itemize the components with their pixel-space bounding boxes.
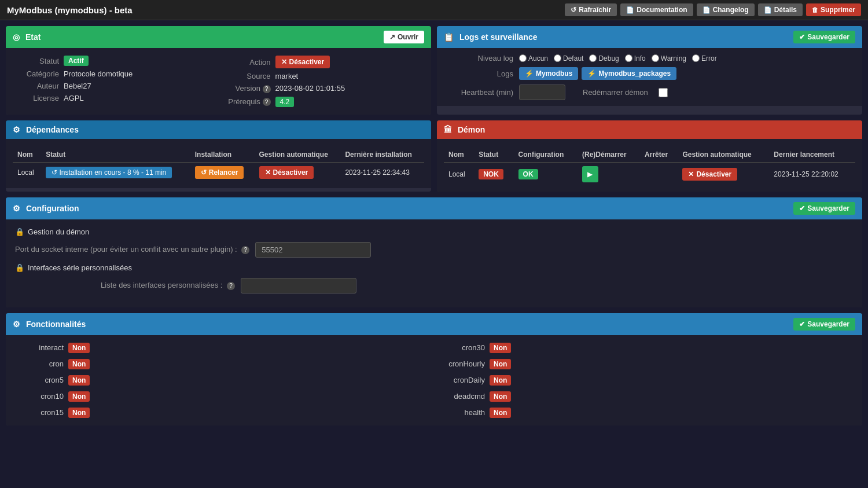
interface-help-icon[interactable]: ? <box>227 282 235 290</box>
source-row: Source market <box>225 70 425 82</box>
refresh-button[interactable]: Rafraîchir <box>565 3 617 16</box>
dep-derniere: 2023-11-25 22:34:43 <box>340 162 424 182</box>
cron10-value: Non <box>68 391 90 402</box>
radio-aucun[interactable]: Aucun <box>519 54 548 63</box>
crondaily-label: cronDaily <box>439 376 485 384</box>
radio-debug[interactable]: Debug <box>589 54 619 63</box>
col-demon-dernier: Dernier lancement <box>769 147 855 163</box>
log-level-group: Aucun Defaut Debug Info <box>519 54 717 63</box>
config-header: ⚙ Configuration ✔ Sauvegarder <box>6 197 862 219</box>
open-button[interactable]: ↗ Ouvrir <box>384 31 424 43</box>
logs-icon: 📋 <box>444 32 454 42</box>
heartbeat-input[interactable] <box>519 85 565 100</box>
version-row: Version ? 2023-08-02 01:01:55 <box>225 82 425 95</box>
ok-badge: OK <box>518 169 538 179</box>
demon-redemarrer: ▶ <box>578 162 640 186</box>
demon-title: 🏛 Démon <box>444 125 485 134</box>
desactiver-demon-button[interactable]: ✕ Désactiver <box>682 168 737 181</box>
desactiver-etat-button[interactable]: ✕ Désactiver <box>275 56 330 68</box>
demon-header: 🏛 Démon <box>437 120 862 139</box>
prerequis-value: 4.2 <box>275 97 295 107</box>
port-label: Port du socket interne (pour éviter un c… <box>15 245 249 254</box>
dep-nom: Local <box>13 162 41 182</box>
prerequis-help-icon[interactable]: ? <box>263 98 271 106</box>
details-button[interactable]: Détails <box>758 3 803 16</box>
installing-badge: ↺ Installation en cours - 8 % - 11 min <box>46 167 172 178</box>
documentation-button[interactable]: Documentation <box>620 3 693 16</box>
demon-panel: 🏛 Démon Nom Statut Configuration (Re)Dém… <box>437 120 862 192</box>
radio-warning[interactable]: Warning <box>652 54 686 63</box>
version-help-icon[interactable]: ? <box>263 85 271 93</box>
restart-label: Redémarrer démon <box>583 88 648 97</box>
etat-right: Action ✕ Désactiver Source market <box>225 54 425 109</box>
mymodbus-log-button[interactable]: ⚡ Mymodbus <box>519 67 578 80</box>
demon-gestion: ✕ Désactiver <box>678 162 769 186</box>
demon-section-icon: 🔒 <box>15 228 24 236</box>
demon-config: OK <box>514 162 578 186</box>
logs-save-button[interactable]: ✔ Sauvegarder <box>793 31 855 43</box>
config-title: ⚙ Configuration <box>13 204 79 213</box>
port-help-icon[interactable]: ? <box>241 246 249 254</box>
ouvrir-icon: ↗ <box>389 33 395 41</box>
func-right-col: cron30 Non cronHourly Non cronDaily Non … <box>434 340 855 421</box>
func-icon: ⚙ <box>13 320 20 329</box>
func-save-button[interactable]: ✔ Sauvegarder <box>793 318 855 331</box>
desactiver-demon-icon: ✕ <box>688 170 694 178</box>
auteur-row: Auteur Bebel27 <box>13 80 213 92</box>
health-label: health <box>439 408 485 417</box>
health-value: Non <box>490 408 511 418</box>
changelog-button[interactable]: Changelog <box>697 3 755 16</box>
packages-log-button[interactable]: ⚡ Mymodbus_packages <box>582 67 676 80</box>
demon-nom: Local <box>444 162 474 186</box>
license-value: AGPL <box>64 94 84 102</box>
list-item: interact Non <box>13 340 434 356</box>
etat-left: Statut Actif Catégorie Protocole domotiq… <box>13 54 213 109</box>
restart-checkbox[interactable] <box>659 88 668 97</box>
logs-title: 📋 Logs et surveillance <box>444 32 538 42</box>
etat-header: ◎ Etat ↗ Ouvrir <box>6 26 431 48</box>
redemarrer-button[interactable]: ▶ <box>582 166 598 182</box>
list-item: cronDaily Non <box>434 372 855 388</box>
etat-panel: ◎ Etat ↗ Ouvrir Statut Actif <box>6 26 431 115</box>
dep-icon: ⚙ <box>13 125 20 134</box>
radio-info[interactable]: Info <box>625 54 646 63</box>
config-save-button[interactable]: ✔ Sauvegarder <box>793 202 855 215</box>
deadcmd-label: deadcmd <box>439 392 485 401</box>
interface-input[interactable] <box>241 278 356 293</box>
col-demon-nom: Nom <box>444 147 474 163</box>
desactiver-icon: ✕ <box>281 58 287 66</box>
top-row: ◎ Etat ↗ Ouvrir Statut Actif <box>6 26 862 115</box>
col-demon-gestion: Gestion automatique <box>678 147 769 163</box>
doc-icon <box>626 6 634 14</box>
dep-installation: ↺ Relancer <box>190 162 255 182</box>
config-save-icon: ✔ <box>799 204 805 212</box>
dep-statut: ↺ Installation en cours - 8 % - 11 min <box>41 162 190 182</box>
cron-value: Non <box>68 359 90 369</box>
fonctionnalites-header: ⚙ Fonctionnalités ✔ Sauvegarder <box>6 313 862 335</box>
demon-icon: 🏛 <box>444 125 452 134</box>
etat-title: ◎ Etat <box>13 32 41 42</box>
desactiver-dep-icon: ✕ <box>265 168 271 177</box>
delete-icon <box>812 6 818 14</box>
interface-group: Liste des interfaces personnalisées : ? <box>15 278 853 293</box>
radio-defaut[interactable]: Defaut <box>554 54 583 63</box>
etat-info-grid: Statut Actif Catégorie Protocole domotiq… <box>13 54 424 109</box>
demon-body: Nom Statut Configuration (Re)Démarrer Ar… <box>437 139 862 192</box>
cron30-label: cron30 <box>439 343 485 352</box>
list-item: cron15 Non <box>13 405 434 421</box>
cron15-label: cron15 <box>17 408 64 417</box>
delete-button[interactable]: Supprimer <box>806 3 861 16</box>
interact-value: Non <box>68 343 90 353</box>
radio-error[interactable]: Error <box>692 54 717 63</box>
port-input[interactable] <box>255 242 371 258</box>
col-nom: Nom <box>13 147 41 163</box>
interface-section-title: 🔒 Interfaces série personnalisées <box>15 263 853 272</box>
relancer-button[interactable]: ↺ Relancer <box>195 166 244 179</box>
header-actions: Rafraîchir Documentation Changelog Détai… <box>565 3 861 16</box>
interface-section-icon: 🔒 <box>15 263 24 272</box>
col-installation: Installation <box>190 147 255 163</box>
pkg-icon: ⚡ <box>587 69 596 78</box>
desactiver-dep-button[interactable]: ✕ Désactiver <box>259 166 314 179</box>
col-demon-arreter: Arrêter <box>640 147 678 163</box>
logs-grid: Niveau log Aucun Defaut Debug <box>444 54 855 100</box>
